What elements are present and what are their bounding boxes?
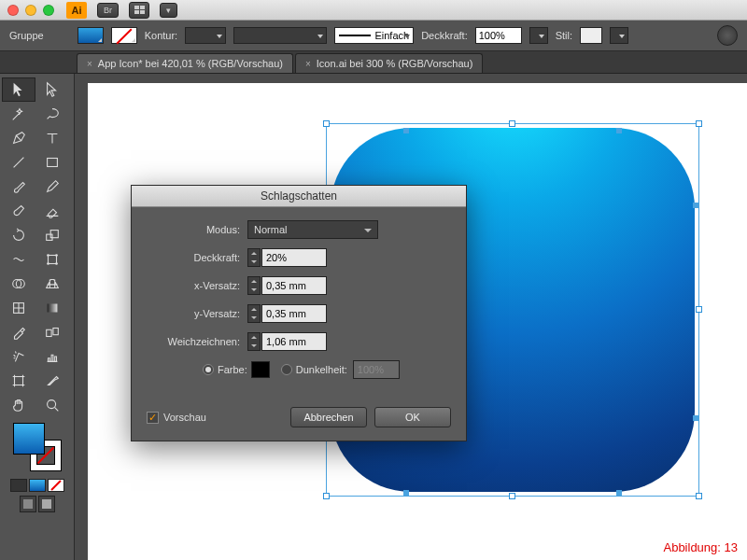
dialog-opacity-input[interactable] [261, 248, 327, 267]
svg-rect-3 [49, 256, 57, 264]
mesh-tool[interactable] [2, 296, 35, 320]
opacity-label: Deckkraft: [421, 30, 468, 41]
resize-handle[interactable] [696, 493, 702, 499]
style-dropdown[interactable] [610, 27, 628, 44]
mode-value: Normal [254, 224, 287, 235]
anchor-point[interactable] [616, 128, 622, 133]
resize-handle[interactable] [509, 493, 515, 499]
figure-caption: Abbildung: 13 [663, 540, 738, 554]
blob-brush-tool[interactable] [2, 199, 35, 223]
cancel-button[interactable]: Abbrechen [290, 407, 367, 427]
color-radio[interactable] [203, 364, 214, 375]
screen-mode-normal[interactable] [20, 496, 36, 512]
anchor-point[interactable] [403, 490, 409, 496]
darkness-input [353, 360, 400, 379]
symbol-sprayer-tool[interactable] [2, 344, 35, 369]
preview-label: Vorschau [163, 412, 206, 423]
svg-rect-13 [53, 329, 58, 335]
perspective-grid-tool[interactable] [35, 272, 69, 296]
anchor-point[interactable] [616, 490, 622, 496]
color-mode-none[interactable] [48, 479, 64, 492]
shadow-color-swatch[interactable] [251, 361, 270, 378]
svg-rect-0 [48, 159, 58, 167]
opacity-input[interactable] [475, 27, 522, 44]
resize-handle[interactable] [696, 306, 702, 313]
graphic-style-swatch[interactable] [580, 27, 602, 44]
magic-wand-tool[interactable] [2, 102, 35, 126]
opacity-spinner[interactable] [247, 248, 261, 267]
window-minimize-button[interactable] [25, 5, 36, 16]
pen-tool[interactable] [2, 126, 35, 150]
mode-select[interactable]: Normal [247, 220, 378, 239]
shape-builder-tool[interactable] [2, 272, 35, 296]
screen-mode-switch[interactable] [38, 496, 55, 512]
artboard-tool[interactable] [2, 369, 35, 393]
darkness-radio[interactable] [281, 364, 292, 375]
lasso-tool[interactable] [35, 102, 69, 126]
close-icon[interactable]: × [305, 59, 311, 69]
eraser-tool[interactable] [35, 199, 69, 223]
window-close-button[interactable] [7, 5, 19, 16]
recolor-artwork-button[interactable] [717, 25, 738, 46]
control-bar: Gruppe Kontur: Einfach Deckkraft: Stil: [0, 21, 747, 51]
anchor-point[interactable] [403, 128, 409, 133]
dialog-opacity-label: Deckkraft: [147, 252, 240, 263]
x-offset-spinner[interactable] [247, 276, 261, 295]
selection-tool[interactable] [2, 77, 35, 102]
free-transform-tool[interactable] [35, 247, 69, 272]
type-tool[interactable] [35, 126, 69, 150]
fill-color-box[interactable] [13, 423, 45, 455]
rotate-tool[interactable] [2, 223, 35, 247]
svg-point-15 [48, 400, 56, 409]
resize-handle[interactable] [323, 120, 330, 127]
rectangle-tool[interactable] [35, 150, 69, 175]
titlebar-dropdown-icon[interactable]: ▾ [160, 3, 177, 18]
window-zoom-button[interactable] [43, 5, 54, 16]
pencil-tool[interactable] [35, 175, 69, 199]
resize-handle[interactable] [323, 493, 330, 499]
width-tool[interactable] [2, 247, 35, 272]
direct-selection-tool[interactable] [35, 77, 69, 102]
color-mode-solid[interactable] [10, 479, 27, 492]
slice-tool[interactable] [35, 369, 69, 393]
line-segment-tool[interactable] [2, 150, 35, 175]
resize-handle[interactable] [696, 120, 702, 127]
blur-spinner[interactable] [247, 332, 261, 351]
resize-handle[interactable] [509, 120, 515, 127]
close-icon[interactable]: × [87, 59, 92, 69]
opacity-dropdown[interactable] [529, 27, 548, 44]
bridge-button[interactable]: Br [97, 3, 119, 18]
window-titlebar: Ai Br ▾ [0, 0, 747, 21]
color-mode-gradient[interactable] [29, 479, 46, 492]
style-label: Stil: [556, 30, 572, 41]
stroke-weight-select[interactable] [185, 27, 226, 44]
fill-swatch[interactable] [78, 27, 104, 44]
preview-checkbox[interactable] [147, 412, 159, 424]
scale-tool[interactable] [35, 223, 69, 247]
document-tabs: ×App Icon* bei 420,01 % (RGB/Vorschau) ×… [0, 51, 747, 74]
x-offset-input[interactable] [261, 276, 327, 295]
paintbrush-tool[interactable] [2, 175, 35, 199]
blend-tool[interactable] [35, 320, 69, 344]
stroke-swatch[interactable] [111, 27, 137, 44]
x-offset-label: x-Versatz: [147, 280, 240, 291]
column-graph-tool[interactable] [35, 344, 69, 369]
anchor-point[interactable] [693, 415, 698, 421]
brush-definition-select[interactable]: Einfach [334, 27, 414, 44]
gradient-tool[interactable] [35, 296, 69, 320]
fill-stroke-indicator[interactable] [13, 423, 62, 471]
ok-button[interactable]: OK [374, 407, 451, 427]
y-offset-input[interactable] [261, 304, 327, 323]
svg-rect-11 [48, 304, 58, 313]
document-tab-2[interactable]: ×Icon.ai bei 300 % (RGB/Vorschau) [295, 53, 483, 73]
arrange-documents-button[interactable] [129, 2, 149, 19]
document-tab-1[interactable]: ×App Icon* bei 420,01 % (RGB/Vorschau) [77, 53, 293, 73]
variable-width-select[interactable] [233, 27, 327, 44]
app-logo-icon: Ai [66, 2, 87, 19]
hand-tool[interactable] [2, 393, 35, 417]
blur-input[interactable] [261, 332, 327, 351]
eyedropper-tool[interactable] [2, 320, 35, 344]
zoom-tool[interactable] [35, 393, 69, 417]
y-offset-spinner[interactable] [247, 304, 261, 323]
anchor-point[interactable] [693, 203, 698, 208]
